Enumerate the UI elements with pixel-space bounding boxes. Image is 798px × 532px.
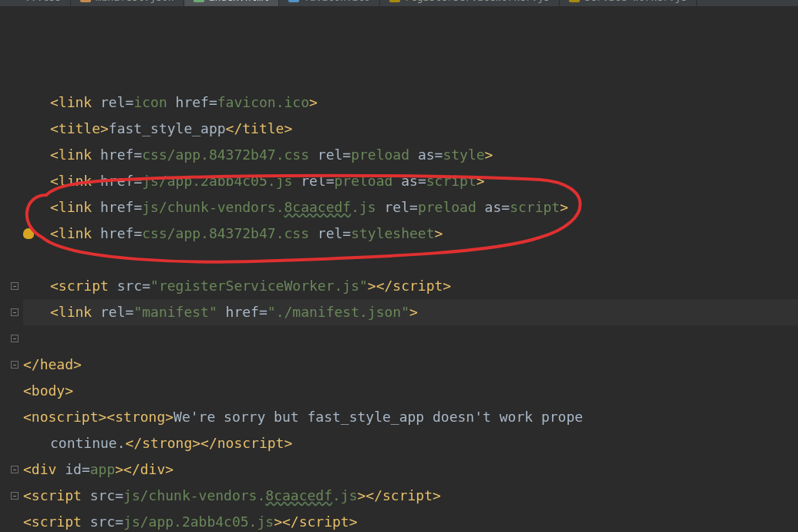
- tab-index-html[interactable]: index.html: [184, 0, 279, 6]
- tab--css[interactable]: ...css: [0, 0, 71, 6]
- code-token: preload: [351, 146, 418, 163]
- tab-bar: ...cssmanifest.jsonindex.htmlfavicon.ico…: [0, 0, 798, 6]
- code-token: >: [435, 225, 443, 241]
- code-token: .js: [332, 487, 358, 503]
- code-token: =: [435, 146, 443, 163]
- code-token: =: [133, 146, 142, 163]
- code-token: 8caacedf: [265, 487, 332, 503]
- code-token: favicon.ico: [217, 94, 309, 110]
- tab-label: index.html: [209, 0, 269, 3]
- code-line[interactable]: <script src=js/chunk-vendors.8caacedf.js…: [23, 483, 798, 509]
- tab-manifest-json[interactable]: manifest.json: [71, 0, 184, 6]
- tab-registerServiceWorker-js[interactable]: registerServiceWorker.js: [380, 0, 560, 6]
- code-token: css/app.84372b47.css: [142, 225, 318, 241]
- code-line[interactable]: <title>fast_style_app</title>: [23, 116, 798, 142]
- code-token: </head>: [23, 356, 82, 372]
- tab-label: ...css: [25, 0, 61, 3]
- code-editor[interactable]: <link rel=icon href=favicon.ico><title>f…: [0, 6, 798, 532]
- code-token: <script: [50, 278, 117, 294]
- code-token: =: [126, 94, 134, 110]
- css-file-icon: [9, 0, 20, 2]
- code-token: rel: [385, 199, 410, 215]
- code-token: as: [401, 173, 418, 189]
- code-token: =: [133, 199, 142, 215]
- code-token: =: [126, 304, 134, 320]
- fold-toggle-icon[interactable]: [11, 361, 19, 369]
- fold-toggle-icon[interactable]: [11, 466, 19, 473]
- tab-service-worker-js[interactable]: service-worker.js: [560, 0, 697, 6]
- code-token: id: [65, 461, 82, 477]
- code-token: <body>: [23, 382, 73, 399]
- code-token: <link: [50, 173, 100, 189]
- code-token: =: [342, 225, 351, 241]
- code-token: =: [133, 173, 142, 189]
- code-token: =: [133, 225, 142, 241]
- code-token: rel: [100, 94, 126, 110]
- js-file-icon: [389, 0, 400, 2]
- tab-label: favicon.ico: [304, 0, 370, 3]
- code-token: ></script>: [274, 513, 357, 530]
- ico-file-icon: [288, 0, 299, 2]
- code-token: icon: [133, 94, 175, 110]
- tab-favicon-ico[interactable]: favicon.ico: [279, 0, 380, 6]
- code-token: =: [342, 146, 351, 163]
- fold-toggle-icon[interactable]: [11, 335, 19, 342]
- code-token: =: [418, 173, 426, 189]
- code-line[interactable]: continue.</strong></noscript>: [23, 430, 798, 456]
- code-line[interactable]: [23, 247, 798, 273]
- code-token: <link: [50, 225, 100, 241]
- code-token: rel: [318, 146, 343, 163]
- code-line[interactable]: <link href=css/app.84372b47.css rel=prel…: [23, 142, 798, 168]
- code-token: </title>: [226, 120, 293, 136]
- code-line[interactable]: <link rel=icon href=favicon.ico>: [23, 89, 798, 116]
- code-line[interactable]: <link href=js/chunk-vendors.8caacedf.js …: [23, 194, 798, 221]
- code-line[interactable]: <link href=css/app.84372b47.css rel=styl…: [23, 221, 798, 247]
- code-token: =: [409, 199, 418, 215]
- code-line[interactable]: <div id=app></div>: [23, 456, 798, 483]
- fold-toggle-icon[interactable]: [11, 492, 19, 500]
- code-token: <link: [50, 304, 100, 320]
- code-token: <link: [50, 199, 100, 215]
- code-token: =: [209, 94, 217, 110]
- code-token: >: [560, 199, 568, 215]
- code-token: js/app.2abb4c05.js: [142, 173, 301, 189]
- code-token: stylesheet: [351, 225, 434, 241]
- code-lines: <link rel=icon href=favicon.ico><title>f…: [0, 89, 798, 532]
- code-token: style: [443, 146, 484, 163]
- code-line[interactable]: <link href=js/app.2abb4c05.js rel=preloa…: [23, 168, 798, 194]
- lightbulb-hint-icon[interactable]: [23, 228, 34, 239]
- code-line[interactable]: <script src="registerServiceWorker.js"><…: [23, 273, 798, 299]
- code-token: rel: [100, 304, 126, 320]
- code-token: href: [100, 173, 133, 189]
- code-token: src: [90, 487, 116, 503]
- code-token: src: [117, 278, 143, 294]
- code-token: >: [485, 146, 493, 163]
- code-token: js/chunk-vendors.: [123, 487, 265, 503]
- code-line[interactable]: <noscript><strong>We're sorry but fast_s…: [23, 404, 798, 430]
- code-token: <title>: [50, 120, 109, 136]
- code-line[interactable]: </head>: [23, 352, 798, 378]
- code-token: =: [82, 461, 90, 477]
- code-token: .js: [351, 199, 384, 215]
- code-token: =: [115, 513, 123, 530]
- code-token: <script: [23, 487, 90, 503]
- code-token: href: [100, 146, 133, 163]
- code-line[interactable]: <link rel="manifest" href="./manifest.js…: [23, 299, 798, 325]
- code-token: <noscript><strong>: [23, 409, 173, 425]
- fold-toggle-icon[interactable]: [11, 308, 19, 316]
- code-line[interactable]: [23, 325, 798, 352]
- fold-toggle-icon[interactable]: [11, 282, 19, 290]
- code-line[interactable]: <body>: [23, 378, 798, 404]
- code-token: href: [176, 94, 209, 110]
- code-token: script: [510, 199, 560, 215]
- code-line[interactable]: <script src=js/app.2abb4c05.js></script>: [23, 509, 798, 532]
- code-token: href: [100, 199, 133, 215]
- code-token: >: [476, 173, 485, 189]
- code-token: rel: [301, 173, 326, 189]
- js-file-icon: [569, 0, 580, 2]
- code-token: >: [409, 304, 418, 320]
- code-token: "manifest": [133, 304, 225, 320]
- code-token: script: [426, 173, 476, 189]
- code-token: <link: [50, 94, 100, 110]
- tab-label: manifest.json: [96, 0, 174, 3]
